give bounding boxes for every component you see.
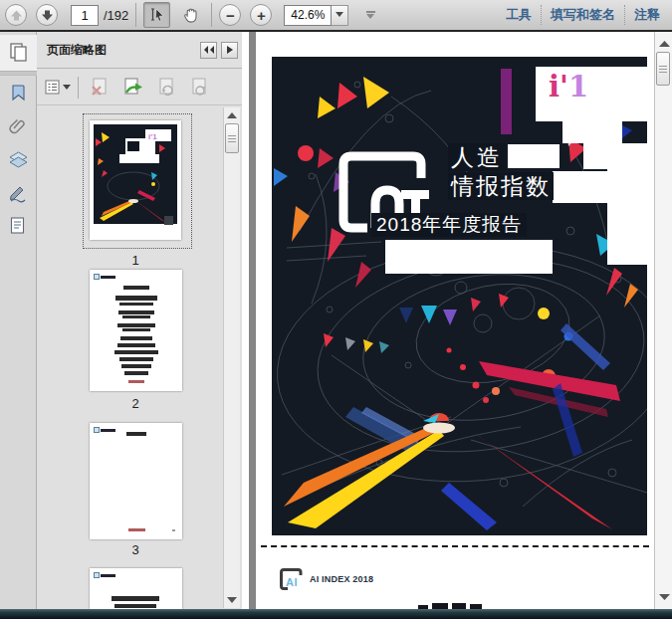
panel-scrollbar[interactable]: [223, 107, 240, 608]
collapse-panel-button[interactable]: [200, 42, 217, 59]
options-menu-button[interactable]: [45, 79, 72, 96]
thumbnail-label: 3: [90, 542, 181, 557]
navigation-pane-strip: [0, 32, 37, 609]
panel-splitter[interactable]: [242, 32, 257, 609]
hand-tool-button[interactable]: [177, 2, 204, 28]
select-tool-button[interactable]: [143, 2, 170, 28]
toolbar-menu-button[interactable]: [360, 5, 380, 25]
pdf-viewer-window: /192 − + 工具 填写和签名 注释: [0, 0, 672, 619]
toolbar-dotted-separator: [541, 5, 542, 25]
watermark-violet-part: 1: [568, 70, 588, 103]
plus-icon: +: [257, 8, 266, 23]
scroll-down-arrow-icon[interactable]: [225, 594, 239, 606]
thumbnail-label: 2: [90, 396, 181, 411]
layers-icon[interactable]: [8, 150, 29, 171]
comments-icon[interactable]: [8, 216, 29, 237]
document-page-2-logo: AI AI INDEX 2018: [279, 567, 373, 593]
toolbar-separator: [135, 3, 136, 27]
scroll-up-arrow-icon[interactable]: [657, 38, 671, 50]
bookmarks-icon[interactable]: [8, 84, 29, 104]
rotate-left-icon[interactable]: [156, 78, 178, 97]
thumbnail-content: [94, 274, 115, 280]
rotate-right-icon[interactable]: [189, 78, 211, 97]
logo-letters: AI: [286, 576, 298, 588]
main-toolbar: /192 − + 工具 填写和签名 注释: [0, 0, 672, 32]
chevron-down-icon: [366, 14, 375, 20]
previous-page-button[interactable]: [5, 4, 27, 26]
toolbar-separator: [211, 3, 212, 27]
thumbnail-content: [94, 572, 115, 578]
options-menu-icon: [45, 79, 61, 96]
thumbnail-page-2[interactable]: [90, 270, 182, 391]
thumbnail-page-1[interactable]: i'1: [90, 120, 181, 240]
watermark-pink-part: i': [549, 70, 568, 103]
zoom-dropdown-button[interactable]: [332, 5, 348, 26]
thumbnail-content: i'1: [90, 120, 181, 240]
comment-menu-item[interactable]: 注释: [634, 6, 660, 24]
chevron-down-icon: [336, 12, 344, 18]
cover-subtitle: 2018年年度报告: [371, 213, 527, 237]
page-thumbnails-panel: 页面缩略图: [37, 32, 242, 609]
panel-header: 页面缩略图: [37, 32, 242, 69]
logo-label: AI INDEX 2018: [310, 574, 373, 584]
scroll-up-arrow-icon[interactable]: [225, 109, 239, 121]
export-page-icon[interactable]: [121, 78, 145, 97]
hand-icon: [181, 5, 201, 25]
attachments-icon[interactable]: [8, 117, 29, 138]
double-left-chevron-icon: [203, 45, 215, 55]
scroll-down-arrow-icon[interactable]: [657, 591, 671, 603]
page-number-input[interactable]: [71, 5, 99, 26]
thumbnail-page-3[interactable]: [90, 423, 182, 539]
signatures-icon[interactable]: [8, 183, 29, 204]
right-chevron-icon: [225, 45, 234, 55]
expand-panel-button[interactable]: [221, 42, 238, 59]
zoom-in-button[interactable]: +: [250, 4, 272, 26]
panel-title: 页面缩略图: [47, 42, 200, 59]
thumbnails-toolbar: [37, 70, 242, 105]
thumbnail-content: [94, 427, 115, 433]
thumbnail-page-4[interactable]: [90, 568, 182, 609]
cover-title-line1: 人造: [448, 143, 506, 171]
ai-index-small-logo: AI: [279, 567, 306, 593]
cover-title-line2: 情报指数: [448, 172, 554, 200]
document-view[interactable]: i'1 人造 情报指数 2018年年度报告 AI AI INDEX 2018: [257, 32, 654, 609]
taskbar-edge: [0, 609, 672, 619]
next-page-button[interactable]: [36, 4, 58, 26]
zoom-out-button[interactable]: −: [219, 4, 241, 26]
arrow-down-icon: [41, 9, 54, 22]
document-scrollbar[interactable]: [654, 32, 672, 609]
strip-separator: [0, 72, 37, 76]
minus-icon: −: [226, 8, 235, 23]
thumbnails-list: i'1 1: [37, 106, 242, 609]
cover-watermark: i'1: [549, 70, 588, 103]
thumbnail-label: 1: [90, 253, 181, 268]
menu-line-icon: [366, 11, 375, 13]
select-cursor-icon: [148, 6, 166, 24]
document-scroll-thumb[interactable]: [656, 52, 670, 86]
toolbar-separator: [78, 77, 79, 99]
chevron-down-icon: [63, 85, 72, 91]
delete-page-icon[interactable]: [89, 78, 111, 97]
fill-sign-menu-item[interactable]: 填写和签名: [551, 6, 615, 24]
svg-text:i'1: i'1: [148, 132, 157, 141]
page-thumbnails-icon[interactable]: [8, 42, 29, 63]
toolbar-dotted-separator: [624, 5, 625, 25]
tools-menu-item[interactable]: 工具: [506, 6, 532, 24]
page-total-label: /192: [104, 8, 128, 23]
arrow-up-icon: [10, 9, 23, 22]
page-separator: [261, 545, 649, 547]
document-page-1: i'1 人造 情报指数 2018年年度报告: [272, 57, 647, 535]
zoom-level-input[interactable]: [284, 5, 332, 26]
panel-scroll-thumb[interactable]: [225, 123, 239, 153]
cover-artwork: [272, 57, 647, 535]
